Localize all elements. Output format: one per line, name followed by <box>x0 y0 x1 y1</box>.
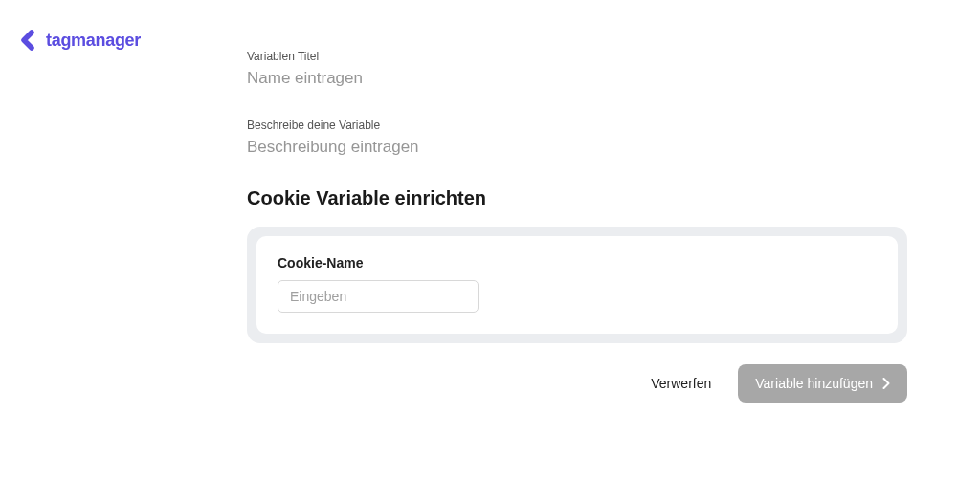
cookie-name-input[interactable] <box>278 280 479 313</box>
variable-description-group: Beschreibe deine Variable <box>247 119 907 157</box>
action-bar: Verwerfen Variable hinzufügen <box>247 364 907 403</box>
variable-description-input[interactable] <box>247 138 907 157</box>
chevron-right-icon <box>882 378 890 389</box>
add-variable-button[interactable]: Variable hinzufügen <box>738 364 907 403</box>
add-variable-button-label: Variable hinzufügen <box>755 376 873 391</box>
variable-title-input[interactable] <box>247 69 907 88</box>
logo-chevron-icon <box>17 29 40 52</box>
cookie-config-inner: Cookie-Name <box>256 236 898 334</box>
variable-description-label: Beschreibe deine Variable <box>247 119 907 132</box>
cookie-config-card: Cookie-Name <box>247 227 907 343</box>
section-heading: Cookie Variable einrichten <box>247 187 907 209</box>
variable-title-group: Variablen Titel <box>247 50 907 88</box>
discard-button[interactable]: Verwerfen <box>651 376 711 391</box>
variable-title-label: Variablen Titel <box>247 50 907 63</box>
logo-text: tagmanager <box>46 31 141 51</box>
cookie-name-label: Cookie-Name <box>278 255 877 271</box>
app-logo[interactable]: tagmanager <box>17 29 141 52</box>
